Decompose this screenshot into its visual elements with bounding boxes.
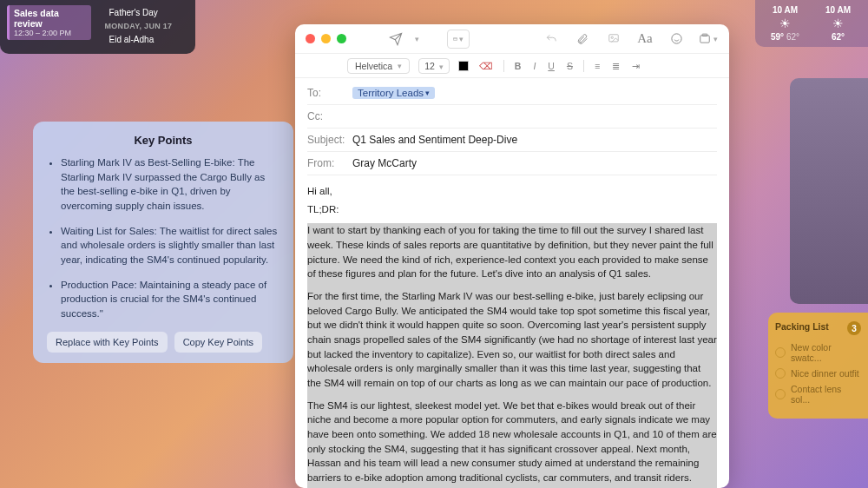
sun-icon: ☀ <box>764 16 806 30</box>
subject-field[interactable]: Q1 Sales and Sentiment Deep-Dive <box>352 134 517 146</box>
weather-time: 10 AM <box>764 5 806 15</box>
weather-widget[interactable]: 10 AM ☀ 59° 62° 10 AM ☀ 62° <box>755 0 868 47</box>
font-size-selector[interactable]: 12 ▾ <box>418 58 450 74</box>
copy-key-points-button[interactable]: Copy Key Points <box>174 332 262 353</box>
checkbox-icon[interactable] <box>775 347 786 358</box>
svg-rect-6 <box>702 34 707 36</box>
reply-icon[interactable] <box>540 30 562 49</box>
note-item[interactable]: Contact lens sol... <box>775 384 861 405</box>
key-point-item: Starling Mark IV as Best-Selling E-bike:… <box>61 155 279 214</box>
close-icon[interactable] <box>306 34 315 43</box>
sun-icon: ☀ <box>817 16 859 30</box>
underline-button[interactable]: U <box>546 61 556 71</box>
text-color-swatch[interactable] <box>458 61 469 71</box>
calendar-widget[interactable]: Sales data review 12:30 – 2:00 PM Father… <box>0 0 195 54</box>
weather-time: 10 AM <box>817 5 859 15</box>
emoji-icon[interactable] <box>665 30 687 49</box>
svg-point-4 <box>671 34 681 43</box>
bold-button[interactable]: B <box>513 61 523 71</box>
photo-widget[interactable] <box>790 78 868 304</box>
day-header: MONDAY, JUN 17 <box>105 22 189 30</box>
cc-label: Cc: <box>307 110 352 122</box>
holiday-item: Father's Day <box>105 5 189 20</box>
calendar-event[interactable]: Sales data review 12:30 – 2:00 PM <box>7 5 91 40</box>
font-selector[interactable]: Helvetica▾ <box>347 58 410 74</box>
key-points-title: Key Points <box>47 134 279 147</box>
mail-body[interactable]: Hi all, TL;DR: I want to start by thanki… <box>295 175 729 488</box>
remove-style-icon[interactable]: ⌫ <box>477 61 495 71</box>
header-toggle-button[interactable]: ▾ <box>447 30 470 49</box>
align-left-icon[interactable]: ≡ <box>593 61 602 71</box>
key-point-item: Waiting List for Sales: The waitlist for… <box>61 224 279 267</box>
zoom-icon[interactable] <box>337 34 346 43</box>
event-time: 12:30 – 2:00 PM <box>14 29 87 37</box>
format-bar: Helvetica▾ 12 ▾ ⌫ B I U S ≡ ≣ ⇥ <box>295 54 729 78</box>
checkbox-icon[interactable] <box>775 389 786 399</box>
send-icon[interactable] <box>385 30 407 49</box>
notes-count-badge: 3 <box>847 321 861 335</box>
recipient-token[interactable]: Territory Leads▾ <box>352 87 435 99</box>
minimize-icon[interactable] <box>321 34 331 43</box>
replace-key-points-button[interactable]: Replace with Key Points <box>47 332 168 353</box>
subject-label: Subject: <box>307 134 352 146</box>
mail-compose-window: ▾ ▾ Aa ▾ Helvetica▾ 12 ▾ ⌫ B I U S ≡ ≣ ⇥… <box>295 24 729 488</box>
media-browser-icon[interactable]: ▾ <box>696 30 719 49</box>
chevron-down-icon[interactable]: ▾ <box>415 35 419 43</box>
key-point-item: Production Pace: Maintaining a steady pa… <box>61 278 279 321</box>
holiday-item: Eid al-Adha <box>105 32 189 47</box>
notes-widget[interactable]: Packing List 3 New color swatc... Nice d… <box>768 313 868 419</box>
selected-text: I want to start by thanking each of you … <box>307 223 717 488</box>
svg-rect-0 <box>453 37 457 40</box>
tldr-label: TL;DR: <box>307 202 717 217</box>
svg-rect-5 <box>700 35 709 42</box>
list-icon[interactable]: ≣ <box>610 61 621 71</box>
checkbox-icon[interactable] <box>775 368 786 379</box>
note-item[interactable]: Nice dinner outfit <box>775 368 861 379</box>
event-title: Sales data review <box>14 8 87 29</box>
format-icon[interactable]: Aa <box>634 30 656 49</box>
strike-button[interactable]: S <box>565 61 575 71</box>
photo-icon[interactable] <box>602 30 625 49</box>
indent-icon[interactable]: ⇥ <box>630 61 641 71</box>
greeting: Hi all, <box>307 184 717 199</box>
svg-point-3 <box>611 36 613 38</box>
notes-title: Packing List <box>775 321 829 335</box>
to-label: To: <box>307 87 352 99</box>
from-label: From: <box>307 157 352 169</box>
italic-button[interactable]: I <box>531 61 537 71</box>
window-titlebar: ▾ ▾ Aa ▾ <box>295 24 729 54</box>
note-item[interactable]: New color swatc... <box>775 342 861 363</box>
from-field[interactable]: Gray McCarty <box>352 157 417 169</box>
key-points-panel: Key Points Starling Mark IV as Best-Sell… <box>33 122 293 363</box>
mail-headers: To: Territory Leads▾ Cc: Subject: Q1 Sal… <box>295 78 729 175</box>
attachment-icon[interactable] <box>571 30 594 49</box>
